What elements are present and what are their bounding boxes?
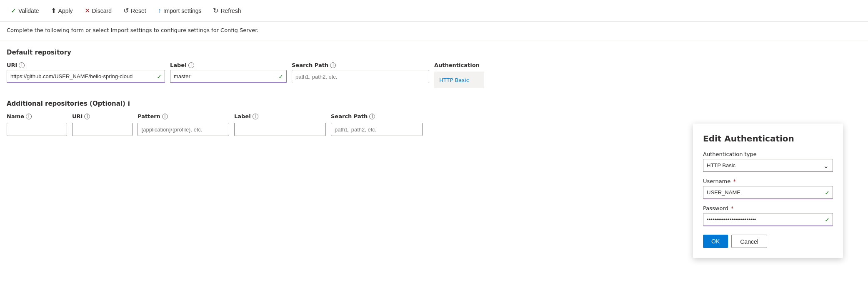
add-search-path-info-icon[interactable]: i (369, 114, 375, 119)
add-search-path-input[interactable] (331, 123, 423, 136)
password-field: Password * ✓ (703, 205, 833, 226)
username-input[interactable] (703, 186, 833, 199)
password-check-icon: ✓ (825, 216, 830, 223)
discard-button[interactable]: ✕ Discard (79, 3, 118, 18)
reset-label: Reset (131, 7, 146, 14)
refresh-button[interactable]: ↻ Refresh (207, 3, 247, 18)
add-label-label: Label i (234, 113, 326, 119)
additional-repos-title: Additional repositories (Optional) i (7, 100, 861, 107)
auth-field-group: Authentication HTTP Basic (434, 62, 484, 88)
username-required: * (733, 178, 736, 184)
label-label: Label i (170, 62, 287, 68)
discard-label: Discard (92, 7, 112, 14)
uri-info-icon[interactable]: i (19, 62, 25, 68)
uri-input-wrapper: ✓ (7, 70, 165, 83)
search-path-input-wrapper (292, 70, 429, 83)
password-input[interactable] (703, 213, 833, 226)
password-label: Password * (703, 205, 833, 211)
username-check-icon: ✓ (825, 189, 830, 196)
auth-area: HTTP Basic (434, 72, 484, 88)
dialog-actions: OK Cancel (703, 235, 833, 248)
uri-label: URI i (7, 62, 165, 68)
reset-icon: ↺ (123, 7, 129, 15)
username-field: Username * ✓ (703, 178, 833, 199)
auth-type-label: Authentication type (703, 151, 833, 157)
label-input[interactable] (170, 70, 287, 83)
additional-repos-headers: Name i URI i Pattern i Label i Search Pa… (7, 113, 861, 119)
label-check-icon: ✓ (278, 73, 283, 80)
validate-button[interactable]: ✓ Validate (5, 3, 45, 18)
additional-repos-info-icon[interactable]: i (128, 100, 130, 107)
uri-check-icon: ✓ (157, 73, 162, 80)
default-repo-section: Default repository URI i ✓ Label i (7, 49, 861, 88)
discard-icon: ✕ (85, 7, 90, 15)
add-name-label: Name i (7, 113, 67, 119)
label-input-wrapper: ✓ (170, 70, 287, 83)
validate-label: Validate (18, 7, 39, 14)
add-label-input[interactable] (234, 123, 326, 136)
add-pattern-label: Pattern i (138, 113, 229, 119)
password-input-wrapper: ✓ (703, 213, 833, 226)
import-label: Import settings (163, 7, 202, 14)
auth-type-field: Authentication type HTTP Basic None SSH (703, 151, 833, 172)
add-pattern-info-icon[interactable]: i (162, 114, 168, 119)
refresh-label: Refresh (220, 7, 241, 14)
search-path-field-group: Search Path i (292, 62, 429, 83)
import-icon: ↑ (158, 7, 161, 15)
username-input-wrapper: ✓ (703, 186, 833, 199)
toolbar: ✓ Validate ⬆ Apply ✕ Discard ↺ Reset ↑ I… (0, 0, 868, 22)
add-uri-label: URI i (72, 113, 133, 119)
label-info-icon[interactable]: i (188, 62, 194, 68)
main-content: Default repository URI i ✓ Label i (0, 40, 868, 144)
uri-input[interactable] (7, 70, 165, 83)
cancel-button[interactable]: Cancel (731, 235, 767, 248)
import-button[interactable]: ↑ Import settings (152, 4, 208, 18)
edit-auth-dialog: Edit Authentication Authentication type … (693, 124, 843, 258)
validate-icon: ✓ (11, 7, 16, 15)
username-label: Username * (703, 178, 833, 184)
add-search-path-label: Search Path i (331, 113, 423, 119)
add-uri-info-icon[interactable]: i (84, 114, 90, 119)
apply-label: Apply (58, 7, 73, 14)
http-basic-link[interactable]: HTTP Basic (439, 77, 469, 83)
apply-button[interactable]: ⬆ Apply (45, 3, 79, 18)
search-path-info-icon[interactable]: i (330, 62, 336, 68)
refresh-icon: ↻ (213, 7, 218, 15)
add-name-input[interactable] (7, 123, 67, 136)
auth-type-select-wrapper: HTTP Basic None SSH (703, 159, 833, 172)
subtitle: Complete the following form or select Im… (0, 22, 868, 40)
label-field-group: Label i ✓ (170, 62, 287, 83)
add-pattern-input[interactable] (138, 123, 229, 136)
subtitle-text: Complete the following form or select Im… (7, 27, 259, 33)
search-path-input[interactable] (292, 70, 429, 83)
default-repo-labels-row: URI i ✓ Label i ✓ (7, 62, 861, 88)
add-uri-input[interactable] (72, 123, 133, 136)
password-required: * (731, 205, 734, 211)
auth-type-select[interactable]: HTTP Basic None SSH (703, 159, 833, 172)
reset-button[interactable]: ↺ Reset (118, 3, 152, 18)
add-name-info-icon[interactable]: i (26, 114, 32, 119)
search-path-label: Search Path i (292, 62, 429, 68)
dialog-title: Edit Authentication (703, 134, 833, 144)
default-repo-title: Default repository (7, 49, 861, 56)
uri-field-group: URI i ✓ (7, 62, 165, 83)
apply-icon: ⬆ (51, 7, 56, 15)
ok-button[interactable]: OK (703, 235, 728, 248)
auth-label: Authentication (434, 62, 484, 68)
add-label-info-icon[interactable]: i (253, 114, 258, 119)
